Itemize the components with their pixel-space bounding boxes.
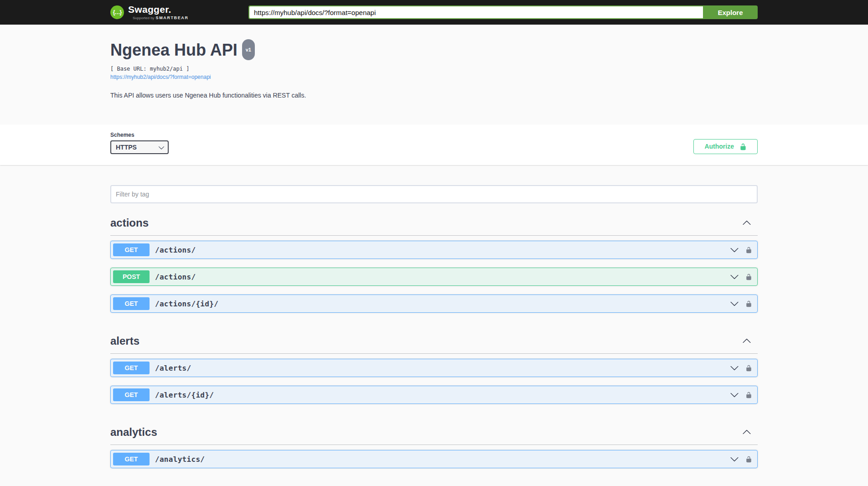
operation-path: /alerts/{id}/	[155, 391, 214, 399]
method-badge: POST	[113, 270, 150, 283]
chevron-up-icon[interactable]	[742, 218, 758, 227]
tag-section: actions GET /actions/ POST /actions/	[110, 203, 758, 313]
operation-summary[interactable]: GET /analytics/	[111, 450, 757, 468]
url-input[interactable]	[248, 5, 703, 19]
operation-summary[interactable]: GET /alerts/	[111, 359, 757, 377]
chevron-down-icon[interactable]	[730, 299, 739, 308]
method-badge: GET	[113, 453, 150, 465]
api-title-text: Ngenea Hub API	[110, 41, 238, 59]
operation-row[interactable]: GET /alerts/	[110, 359, 758, 377]
version-badge: v1	[242, 39, 255, 60]
page-title: Ngenea Hub APIv1	[110, 41, 758, 62]
method-badge: GET	[113, 243, 150, 256]
lock-open-icon[interactable]	[745, 455, 752, 463]
operation-path: /analytics/	[155, 455, 205, 464]
explore-button[interactable]: Explore	[703, 5, 758, 19]
chevron-down-icon[interactable]	[730, 390, 739, 399]
chevron-down-icon[interactable]	[730, 245, 739, 254]
lock-open-icon[interactable]	[745, 391, 752, 399]
method-badge: GET	[113, 388, 150, 401]
operation-row[interactable]: GET /analytics/	[110, 450, 758, 468]
lock-open-icon[interactable]	[745, 364, 752, 372]
tag-title: actions	[110, 216, 149, 230]
method-badge: GET	[113, 297, 150, 310]
tag-header[interactable]: analytics	[110, 413, 758, 445]
swagger-logo[interactable]: {…} Swagger. Supported bySMARTBEAR	[110, 5, 189, 20]
operation-path: /actions/	[155, 273, 196, 281]
tag-title: alerts	[110, 334, 140, 348]
filter-input[interactable]	[110, 185, 758, 203]
sections: actions GET /actions/ POST /actions/	[110, 203, 758, 486]
chevron-down-icon[interactable]	[730, 455, 739, 464]
authorize-label: Authorize	[704, 143, 734, 150]
tag-title: analytics	[110, 425, 157, 439]
chevron-down-icon[interactable]	[730, 363, 739, 372]
spec-link[interactable]: https://myhub2/api/docs/?format=openapi	[110, 74, 211, 80]
operation-row[interactable]: GET /alerts/{id}/	[110, 386, 758, 404]
operations-area: actions GET /actions/ POST /actions/	[0, 165, 868, 486]
tag-section: alerts GET /alerts/ GET /alerts/{id}/	[110, 321, 758, 404]
lock-open-icon[interactable]	[745, 246, 752, 254]
operation-list: GET /analytics/	[110, 450, 758, 468]
chevron-up-icon[interactable]	[742, 428, 758, 437]
download-url-wrapper: Explore	[248, 5, 758, 19]
method-badge: GET	[113, 362, 150, 374]
base-url: [ Base URL: myhub2/api ]	[110, 66, 758, 72]
operation-row[interactable]: GET /actions/{id}/	[110, 295, 758, 313]
chevron-down-icon[interactable]	[730, 272, 739, 281]
swagger-logo-icon: {…}	[110, 5, 124, 19]
tag-header[interactable]: auth	[110, 477, 758, 486]
api-description: This API allows users use Ngenea Hub fun…	[110, 92, 758, 99]
lock-open-icon[interactable]	[745, 273, 752, 281]
tag-header[interactable]: actions	[110, 203, 758, 236]
scheme-select[interactable]: HTTPS	[110, 140, 169, 154]
tag-header[interactable]: alerts	[110, 321, 758, 354]
authorize-button[interactable]: Authorize	[693, 139, 758, 154]
unlock-icon	[739, 143, 747, 150]
lock-open-icon[interactable]	[745, 300, 752, 308]
operation-summary[interactable]: GET /actions/	[111, 241, 757, 259]
info-section: Ngenea Hub APIv1 [ Base URL: myhub2/api …	[0, 25, 868, 124]
brand-tagline: Supported bySMARTBEAR	[128, 16, 189, 20]
chevron-up-icon[interactable]	[742, 336, 758, 346]
operation-list: GET /actions/ POST /actions/	[110, 241, 758, 313]
topbar: {…} Swagger. Supported bySMARTBEAR Explo…	[0, 0, 868, 25]
brand-name: Swagger.	[128, 5, 189, 14]
tag-section: auth GET /auth/clientkeys/	[110, 477, 758, 486]
operation-summary[interactable]: POST /actions/	[111, 268, 757, 285]
operation-summary[interactable]: GET /alerts/{id}/	[111, 386, 757, 403]
tagline-prefix: Supported by	[133, 16, 155, 20]
tag-section: analytics GET /analytics/	[110, 413, 758, 468]
operation-path: /actions/{id}/	[155, 300, 218, 308]
tagline-brand: SMARTBEAR	[156, 16, 189, 20]
scheme-container: Schemes HTTPS Authorize	[0, 124, 868, 165]
operation-row[interactable]: GET /actions/	[110, 241, 758, 259]
schemes-label: Schemes	[110, 132, 169, 138]
operation-list: GET /alerts/ GET /alerts/{id}/	[110, 359, 758, 404]
operation-summary[interactable]: GET /actions/{id}/	[111, 295, 757, 312]
operation-row[interactable]: POST /actions/	[110, 268, 758, 286]
schemes-block: Schemes HTTPS	[110, 132, 169, 154]
operation-path: /alerts/	[155, 364, 191, 372]
operation-path: /actions/	[155, 246, 196, 254]
